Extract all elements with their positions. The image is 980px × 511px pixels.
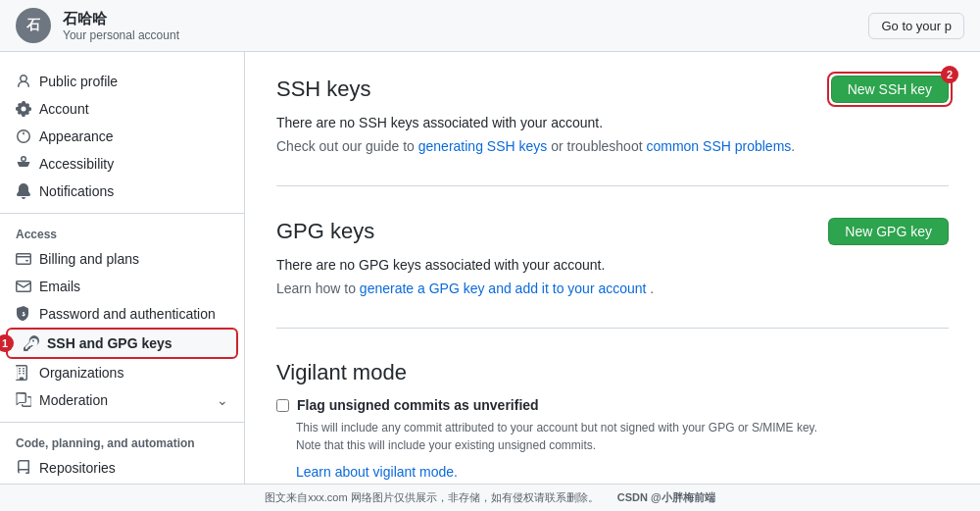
sidebar-item-appearance[interactable]: Appearance — [0, 123, 244, 150]
mail-icon — [16, 279, 31, 294]
vigilant-section-header: Vigilant mode — [276, 360, 949, 385]
gpg-section-title: GPG keys — [276, 219, 374, 244]
description-line2: Note that this will include your existin… — [296, 438, 596, 452]
footer-disclaimer: 图文来自xxx.com 网络图片仅供展示，非存储，如有侵权请联系删除。 — [265, 491, 598, 503]
avatar: 石 — [16, 8, 51, 43]
app-layout: 石 石哈哈 Your personal account Go to your p… — [0, 0, 980, 511]
gpg-no-keys-text: There are no GPG keys associated with yo… — [276, 257, 949, 273]
generate-gpg-key-link[interactable]: generate a GPG key and add it to your ac… — [360, 281, 647, 296]
flag-unsigned-label[interactable]: Flag unsigned commits as unverified — [297, 397, 539, 413]
gpg-learn-prefix: Learn how to — [276, 281, 360, 296]
sidebar-item-billing[interactable]: Billing and plans — [0, 245, 244, 273]
organization-icon — [16, 365, 31, 381]
ssh-section-title: SSH keys — [276, 77, 371, 102]
repo-icon — [16, 460, 31, 476]
flag-unsigned-checkbox[interactable] — [276, 399, 289, 412]
gpg-keys-section: GPG keys New GPG key There are no GPG ke… — [276, 218, 949, 329]
sidebar-item-moderation[interactable]: Moderation ⌄ — [0, 386, 244, 414]
sidebar-item-ssh-gpg[interactable]: SSH and GPG keys — [8, 330, 236, 357]
sidebar-label-moderation: Moderation — [39, 392, 108, 408]
ssh-guide-prefix: Check out our guide to — [276, 138, 418, 154]
sidebar-item-accessibility[interactable]: Accessibility — [0, 150, 244, 178]
chevron-down-icon: ⌄ — [217, 392, 228, 408]
sidebar-label-billing: Billing and plans — [39, 251, 139, 267]
sidebar-divider-2 — [0, 422, 244, 423]
sidebar-item-notifications[interactable]: Notifications — [0, 178, 244, 205]
ssh-keys-section: SSH keys 2 New SSH key There are no SSH … — [276, 76, 949, 186]
common-ssh-problems-link[interactable]: common SSH problems — [646, 138, 791, 154]
generating-ssh-keys-link[interactable]: generating SSH keys — [418, 138, 548, 154]
goto-profile-button[interactable]: Go to your p — [868, 13, 964, 39]
sidebar-label-appearance: Appearance — [39, 128, 114, 144]
user-info: 石哈哈 Your personal account — [63, 10, 179, 42]
sidebar-item-public-profile[interactable]: Public profile — [0, 68, 244, 95]
main-content-area: SSH keys 2 New SSH key There are no SSH … — [245, 52, 980, 484]
user-profile-area: 石 石哈哈 Your personal account — [16, 8, 179, 43]
palette-icon — [16, 128, 31, 144]
flag-unsigned-commits-row: Flag unsigned commits as unverified — [276, 397, 949, 413]
footer-bar: 图文来自xxx.com 网络图片仅供展示，非存储，如有侵权请联系删除。 CSDN… — [0, 484, 980, 511]
username: 石哈哈 — [63, 10, 179, 28]
sidebar-label-accessibility: Accessibility — [39, 156, 114, 172]
bell-icon — [16, 183, 31, 199]
code-section-label: Code, planning, and automation — [0, 431, 244, 454]
sidebar-label-account: Account — [39, 101, 89, 117]
description-line1: This will include any commit attributed … — [296, 421, 817, 434]
gpg-learn-text: Learn how to generate a GPG key and add … — [276, 281, 949, 296]
sidebar-label-organizations: Organizations — [39, 365, 123, 381]
sidebar-item-password-auth[interactable]: Password and authentication — [0, 300, 244, 328]
new-ssh-btn-wrapper: 2 New SSH key — [831, 76, 949, 103]
sidebar-label-notifications: Notifications — [39, 183, 114, 199]
ssh-guide-text: Check out our guide to generating SSH ke… — [276, 138, 949, 154]
report-icon — [16, 392, 31, 408]
new-gpg-key-button[interactable]: New GPG key — [828, 218, 949, 245]
sidebar: Public profile Account Appearance Access… — [0, 52, 245, 484]
sidebar-label-emails: Emails — [39, 279, 80, 294]
new-ssh-key-button[interactable]: New SSH key — [831, 76, 949, 103]
sidebar-label-repositories: Repositories — [39, 460, 116, 476]
accessibility-icon — [16, 156, 31, 172]
gpg-period: . — [646, 281, 654, 296]
gpg-section-header: GPG keys New GPG key — [276, 218, 949, 245]
ssh-no-keys-text: There are no SSH keys associated with yo… — [276, 115, 949, 130]
person-icon — [16, 74, 31, 89]
user-subtitle: Your personal account — [63, 28, 179, 42]
top-bar: 石 石哈哈 Your personal account Go to your p — [0, 0, 980, 52]
ssh-or-text: or troubleshoot — [547, 138, 646, 154]
sidebar-item-emails[interactable]: Emails — [0, 273, 244, 300]
shield-lock-icon — [16, 306, 31, 322]
badge-2: 2 — [941, 66, 958, 83]
credit-card-icon — [16, 251, 31, 267]
vigilant-mode-section: Vigilant mode Flag unsigned commits as u… — [276, 360, 949, 484]
ssh-section-header: SSH keys 2 New SSH key — [276, 76, 949, 103]
sidebar-label-ssh-gpg: SSH and GPG keys — [47, 335, 172, 351]
learn-vigilant-text: Learn about vigilant mode. — [296, 464, 949, 480]
watermark-text: CSDN @小胖梅前端 — [617, 491, 715, 503]
ssh-period: . — [791, 138, 795, 154]
sidebar-label-password-auth: Password and authentication — [39, 306, 216, 322]
flag-unsigned-description: This will include any commit attributed … — [296, 419, 949, 454]
gear-icon — [16, 101, 31, 117]
sidebar-divider-1 — [0, 213, 244, 214]
learn-vigilant-mode-link[interactable]: Learn about vigilant mode. — [296, 464, 458, 480]
sidebar-label-public-profile: Public profile — [39, 74, 118, 89]
key-icon — [24, 335, 39, 351]
sidebar-item-account[interactable]: Account — [0, 95, 244, 123]
sidebar-item-repositories[interactable]: Repositories — [0, 454, 244, 482]
access-section-label: Access — [0, 222, 244, 245]
sidebar-item-organizations[interactable]: Organizations — [0, 359, 244, 386]
vigilant-section-title: Vigilant mode — [276, 360, 407, 385]
main-content: Public profile Account Appearance Access… — [0, 52, 980, 484]
